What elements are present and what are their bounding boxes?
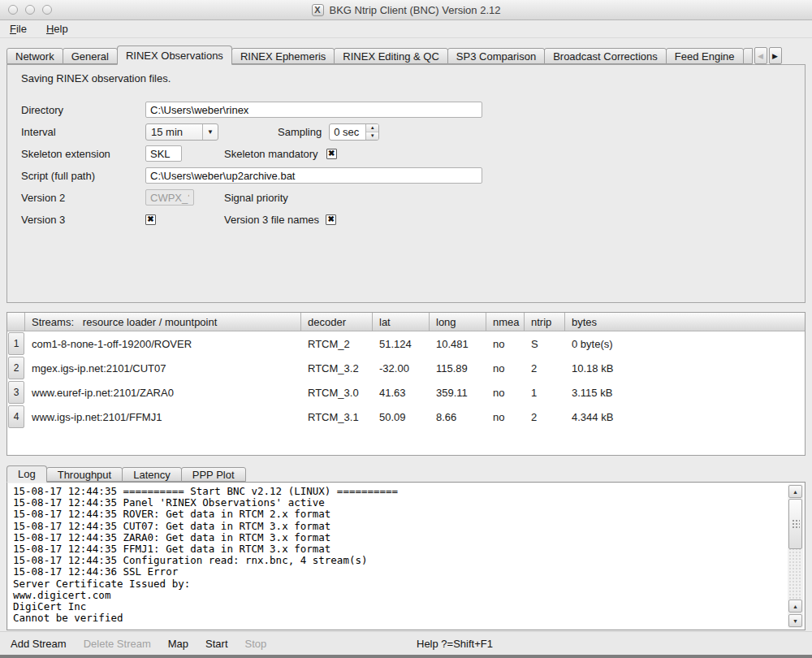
log-line: 15-08-17 12:44:35 ROVER: Get data in RTC… — [13, 509, 784, 520]
log-line: 15-08-17 12:44:35 FFMJ1: Get data in RTC… — [13, 543, 784, 555]
cell-lat: 50.09 — [373, 411, 430, 423]
tab-throughput[interactable]: Throughput — [46, 467, 123, 482]
table-row[interactable]: 4 www.igs-ip.net:2101/FFMJ1 RTCM_3.1 50.… — [7, 405, 805, 429]
cell-nmea: no — [486, 362, 525, 374]
cell-bytes: 10.18 kB — [565, 362, 805, 374]
header-long[interactable]: long — [430, 313, 486, 331]
log-tab-bar: Log Throughput Latency PPP Plot — [6, 465, 806, 482]
panel-description: Saving RINEX observation files. — [21, 72, 805, 84]
tab-rinex-editing-qc[interactable]: RINEX Editing & QC — [334, 48, 448, 64]
delete-stream-button: Delete Stream — [84, 638, 151, 650]
log-line: Cannot be verified — [13, 613, 784, 624]
tab-scroll-left-button[interactable]: ◀ — [754, 47, 767, 64]
menu-help[interactable]: Help — [46, 23, 68, 35]
version2-label: Version 2 — [21, 192, 145, 204]
version3-filenames-checkbox[interactable]: ✖ — [326, 214, 336, 225]
scrollbar-track[interactable] — [788, 499, 802, 599]
log-line: www.digicert.com — [13, 590, 784, 601]
stop-button: Stop — [245, 638, 267, 650]
sampling-label: Sampling — [278, 126, 322, 138]
signal-priority-label: Signal priority — [224, 192, 288, 204]
version2-priority-input — [145, 189, 194, 206]
add-stream-button[interactable]: Add Stream — [11, 638, 67, 650]
cell-ntrip: 2 — [525, 362, 565, 374]
version3-checkbox[interactable]: ✖ — [145, 214, 156, 225]
cell-bytes: 3.115 kB — [565, 387, 805, 399]
cell-ntrip: 1 — [525, 387, 565, 399]
cell-ntrip: 2 — [525, 411, 565, 423]
interval-dropdown[interactable]: 15 min ▼ — [145, 123, 218, 141]
header-bytes[interactable]: bytes — [565, 313, 805, 331]
tab-latency[interactable]: Latency — [122, 467, 182, 482]
scroll-down-button[interactable]: ▼ — [788, 614, 802, 627]
header-lat[interactable]: lat — [373, 313, 430, 331]
cell-nmea: no — [486, 338, 525, 350]
spin-up-icon[interactable]: ▲ — [366, 124, 378, 132]
tab-broadcast-corrections[interactable]: Broadcast Corrections — [544, 48, 667, 64]
log-line: 15-08-17 12:44:35 ========== Start BNC v… — [13, 486, 784, 497]
tab-network[interactable]: Network — [6, 48, 63, 64]
tab-rinex-ephemeris[interactable]: RINEX Ephemeris — [231, 48, 335, 64]
header-nmea[interactable]: nmea — [486, 313, 525, 331]
tab-clipped[interactable] — [743, 48, 753, 64]
tab-ppp-plot[interactable]: PPP Plot — [181, 467, 246, 482]
tab-log[interactable]: Log — [6, 465, 47, 483]
cell-ntrip: S — [525, 338, 565, 350]
interval-label: Interval — [21, 126, 145, 138]
row-number[interactable]: 2 — [8, 357, 24, 379]
minimize-window-button[interactable] — [25, 5, 35, 15]
streams-table: Streams: resource loader / mountpoint de… — [6, 312, 806, 456]
cell-lat: 51.124 — [373, 338, 430, 350]
cell-lat: 41.63 — [373, 387, 430, 399]
help-shortcut-label[interactable]: Help ?=Shift+F1 — [417, 638, 493, 650]
close-window-button[interactable] — [8, 5, 18, 15]
cell-decoder: RTCM_3.0 — [301, 387, 373, 399]
cell-long: 359.11 — [430, 387, 486, 399]
script-input[interactable] — [145, 167, 482, 184]
row-number[interactable]: 3 — [8, 381, 24, 404]
header-ntrip[interactable]: ntrip — [525, 313, 565, 331]
sampling-spinner[interactable]: 0 sec ▲ ▼ — [329, 123, 379, 141]
cell-long: 115.89 — [430, 362, 486, 374]
log-line: 15-08-17 12:44:36 SSL Error — [13, 566, 784, 578]
skeleton-mandatory-checkbox[interactable]: ✖ — [326, 149, 337, 159]
checkbox-checked-icon: ✖ — [327, 215, 334, 223]
cell-mountpoint: mgex.igs-ip.net:2101/CUT07 — [25, 362, 301, 374]
row-number[interactable]: 1 — [8, 332, 24, 355]
version3-label: Version 3 — [21, 214, 145, 226]
table-row[interactable]: 2 mgex.igs-ip.net:2101/CUT07 RTCM_3.2 -3… — [7, 356, 805, 380]
skeleton-extension-input[interactable] — [145, 145, 182, 162]
maximize-window-button[interactable] — [42, 5, 52, 15]
log-line: 15-08-17 12:44:35 ZARA0: Get data in RTC… — [13, 532, 784, 543]
header-corner-cell — [7, 313, 25, 331]
log-scrollbar[interactable]: ▲ ▲ ▼ — [788, 484, 803, 628]
table-row[interactable]: 3 www.euref-ip.net:2101/ZARA0 RTCM_3.0 4… — [7, 380, 805, 405]
table-row[interactable]: 1 com1-8-none-1-off-19200/ROVER RTCM_2 5… — [7, 331, 805, 356]
tab-scroll-right-button[interactable]: ▶ — [769, 47, 782, 64]
header-decoder[interactable]: decoder — [301, 313, 373, 331]
streams-table-header: Streams: resource loader / mountpoint de… — [7, 313, 805, 331]
tab-rinex-observations[interactable]: RINEX Observations — [117, 45, 232, 65]
version3-filenames-label: Version 3 file names — [224, 214, 319, 226]
tab-general[interactable]: General — [63, 48, 118, 64]
header-mountpoint[interactable]: Streams: resource loader / mountpoint — [25, 313, 301, 331]
scroll-up-button-bottom[interactable]: ▲ — [788, 600, 802, 613]
scroll-up-button[interactable]: ▲ — [788, 485, 802, 498]
row-number[interactable]: 4 — [8, 405, 24, 428]
cell-long: 8.66 — [430, 411, 486, 423]
map-button[interactable]: Map — [168, 638, 188, 650]
menu-file[interactable]: File — [10, 23, 27, 35]
directory-input[interactable] — [145, 102, 482, 118]
tab-feed-engine[interactable]: Feed Engine — [666, 48, 744, 64]
log-line: 15-08-17 12:44:35 Panel 'RINEX Observati… — [13, 497, 784, 509]
cell-long: 10.481 — [430, 338, 486, 350]
cell-mountpoint: com1-8-none-1-off-19200/ROVER — [25, 338, 301, 350]
cell-decoder: RTCM_3.1 — [301, 411, 373, 423]
scrollbar-thumb[interactable] — [788, 499, 802, 549]
tab-sp3-comparison[interactable]: SP3 Comparison — [447, 48, 545, 64]
log-output[interactable]: 15-08-17 12:44:35 ========== Start BNC v… — [6, 482, 806, 630]
chevron-down-icon: ▼ — [202, 124, 218, 140]
rinex-observations-panel: Saving RINEX observation files. Director… — [6, 64, 806, 303]
start-button[interactable]: Start — [205, 638, 227, 650]
spin-down-icon[interactable]: ▼ — [366, 132, 378, 140]
